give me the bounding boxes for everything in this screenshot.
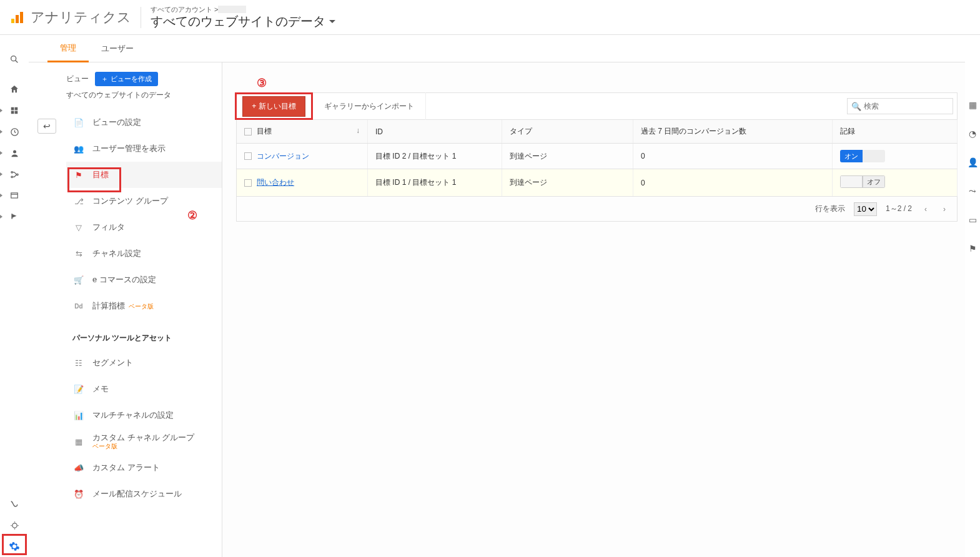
account-picker[interactable]: すべてのアカウント > すべてのウェブサイトのデータ (151, 6, 335, 29)
svg-rect-1 (16, 15, 19, 23)
caret-down-icon (329, 20, 335, 23)
svg-rect-2 (20, 12, 23, 23)
ga-logo-icon (9, 10, 24, 25)
product-title: アナリティクス (31, 8, 131, 27)
view-name: すべてのウェブサイトのデータ (151, 14, 325, 29)
app-header: アナリティクス すべてのアカウント > すべてのウェブサイトのデータ (0, 0, 980, 35)
breadcrumb: すべてのアカウント > (151, 6, 335, 14)
header-separator (141, 7, 141, 28)
svg-rect-0 (11, 19, 14, 23)
